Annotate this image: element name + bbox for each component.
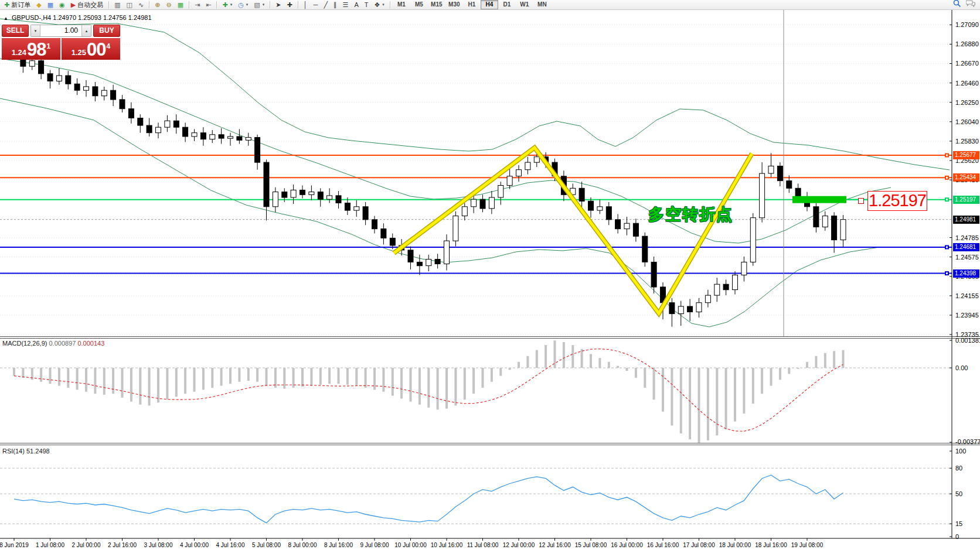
toolbar-separator — [216, 1, 217, 9]
toolbar-separator — [270, 1, 270, 9]
indicators-icon: ✚ — [222, 1, 227, 9]
bars-chart-icon: ▥ — [114, 1, 120, 9]
chart-canvas[interactable] — [0, 0, 980, 553]
navigator-button[interactable]: ◉ — [56, 0, 68, 10]
text-icon: A — [354, 1, 358, 9]
sell-button[interactable]: SELL — [2, 25, 29, 37]
sell-price-big: 98 — [27, 41, 46, 59]
chart-ohlc-values: 1.24970 1.25093 1.24756 1.24981 — [53, 14, 151, 21]
zigzag-annotation[interactable] — [394, 148, 752, 313]
market-watch-icon: ▦ — [47, 1, 53, 9]
zoom-out-icon: ⊖ — [166, 1, 171, 9]
timeframe-w1-button[interactable]: W1 — [516, 0, 533, 9]
chevron-down-icon: ▾ — [382, 2, 384, 7]
timeframe-m15-button[interactable]: M15 — [428, 0, 445, 9]
templates-button[interactable]: ▧▾ — [251, 0, 267, 10]
volume-decrease-button[interactable]: ▾ — [31, 25, 40, 36]
vertical-line-icon: │ — [304, 1, 308, 9]
timeframe-bar: M1M5M15M30H1H4D1W1MN — [393, 0, 551, 9]
line-chart-button[interactable]: ∿ — [135, 0, 147, 10]
new-order-button[interactable]: ✚ 新订单 — [1, 0, 33, 10]
bollinger-lower-band — [0, 98, 879, 327]
timeframe-h1-button[interactable]: H1 — [463, 0, 481, 9]
volume-increase-button[interactable]: ▴ — [81, 25, 91, 36]
buy-price-pip: 4 — [107, 42, 111, 50]
auto-scroll-icon: ⇥ — [195, 1, 200, 9]
label-button[interactable]: T — [362, 0, 372, 10]
timeframe-mn-button[interactable]: MN — [533, 0, 551, 9]
timeframe-m1-button[interactable]: M1 — [393, 0, 410, 9]
autotrading-icon: ▶ — [71, 1, 76, 9]
arrows-button[interactable]: ❖▾ — [371, 0, 387, 10]
templates-icon: ▧ — [254, 1, 260, 9]
chevron-down-icon: ▾ — [263, 2, 265, 7]
profile-button[interactable]: ◆ — [33, 0, 44, 10]
buy-price-big: 00 — [87, 41, 106, 59]
auto-scroll-button[interactable]: ⇥ — [192, 0, 203, 10]
macd-name: MACD(12,26,9) — [2, 340, 47, 347]
tile-windows-icon: ▦ — [178, 1, 183, 9]
sell-price-pip: 1 — [47, 42, 51, 50]
chart-shift-icon: ⇤ — [206, 1, 211, 9]
text-button[interactable]: A — [351, 0, 361, 10]
pane-separator[interactable] — [0, 336, 980, 337]
zoom-out-button[interactable]: ⊖ — [163, 0, 174, 10]
crosshair-button[interactable]: ✚ — [284, 0, 295, 10]
horizontal-line-button[interactable]: ─ — [311, 0, 321, 10]
chevron-down-icon: ▾ — [246, 2, 249, 7]
zoom-in-button[interactable]: ⊕ — [152, 0, 163, 10]
volume-value[interactable]: 1.00 — [40, 25, 81, 36]
cursor-button[interactable]: ➤ — [273, 0, 284, 10]
search-icon[interactable] — [953, 0, 961, 10]
timeframe-m5-button[interactable]: M5 — [410, 0, 428, 9]
trendline-button[interactable]: ╱ — [321, 0, 331, 10]
new-order-label: 新订单 — [11, 1, 30, 9]
new-order-icon: ✚ — [4, 1, 9, 9]
navigator-icon: ◉ — [59, 1, 65, 9]
rsi-name: RSI(14) — [2, 448, 25, 455]
indicators-button[interactable]: ✚▾ — [219, 0, 235, 10]
vertical-line-button[interactable]: │ — [301, 0, 311, 10]
callout-anchor-handle[interactable] — [858, 198, 864, 204]
rsi-indicator-label: RSI(14) 51.2498 — [2, 448, 50, 455]
autotrading-button[interactable]: ▶ 自动交易 — [68, 0, 106, 10]
bars-chart-button[interactable]: ▥ — [111, 0, 123, 10]
toolbar-separator — [189, 1, 189, 9]
arrows-icon: ❖ — [374, 1, 380, 9]
collapse-triangle-icon[interactable]: ▲ — [4, 16, 8, 21]
pane-separator[interactable] — [0, 443, 980, 443]
toolbar-separator — [390, 1, 390, 9]
toolbar-separator — [108, 1, 109, 9]
toolbar-separator — [149, 1, 149, 9]
toolbar: ✚ 新订单 ◆▦◉ ▶ 自动交易 ▥◫∿⊕⊖▦⇥⇤✚▾◷▾▧▾➤✚│─╱∥☰AT… — [0, 0, 980, 10]
timeframe-h4-button[interactable]: H4 — [481, 0, 498, 9]
toolbar-right — [953, 0, 979, 10]
chart-symbol-period: GBPUSD-,H4 — [12, 14, 51, 21]
fibonacci-icon: ☰ — [343, 1, 349, 9]
crosshair-icon: ✚ — [287, 1, 292, 9]
channel-icon: ∥ — [334, 1, 337, 9]
candles-chart-button[interactable]: ◫ — [124, 0, 135, 10]
chart-title: ▲ GBPUSD-,H4 1.24970 1.25093 1.24756 1.2… — [4, 14, 152, 21]
highlight-rectangle[interactable] — [792, 196, 846, 203]
channel-button[interactable]: ∥ — [331, 0, 340, 10]
chart-shift-button[interactable]: ⇤ — [203, 0, 214, 10]
periods-icon: ◷ — [238, 1, 244, 9]
one-click-trading-panel: SELL ▾ 1.00 ▴ BUY 1.24 98 1 1.25 00 4 — [2, 25, 120, 60]
market-watch-button[interactable]: ▦ — [45, 0, 56, 10]
buy-button[interactable]: BUY — [93, 25, 120, 37]
toolbar-icon-groups: ▥◫∿⊕⊖▦⇥⇤✚▾◷▾▧▾➤✚│─╱∥☰AT❖▾ — [106, 0, 387, 10]
periods-button[interactable]: ◷▾ — [235, 0, 251, 10]
macd-signal-value: 0.000143 — [77, 340, 104, 347]
label-icon: T — [365, 1, 369, 9]
annotation-text-cn[interactable]: 多空转折点 — [648, 204, 733, 225]
candles — [12, 39, 846, 327]
buy-price-display[interactable]: 1.25 00 4 — [62, 38, 120, 60]
tile-windows-button[interactable]: ▦ — [175, 0, 186, 10]
fibonacci-button[interactable]: ☰ — [340, 0, 352, 10]
sell-price-display[interactable]: 1.24 98 1 — [2, 38, 60, 60]
price-callout-label[interactable]: 1.25197 — [867, 191, 927, 211]
chat-icon[interactable] — [966, 0, 975, 10]
timeframe-d1-button[interactable]: D1 — [498, 0, 516, 9]
timeframe-m30-button[interactable]: M30 — [445, 0, 463, 9]
